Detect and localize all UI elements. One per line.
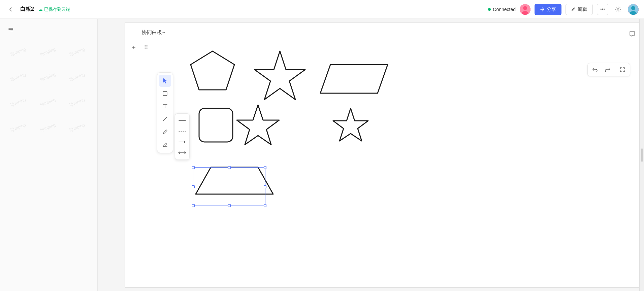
settings-button[interactable] bbox=[612, 4, 624, 15]
page-title: 白板2 bbox=[20, 6, 34, 13]
board-title: 协同白板~ bbox=[142, 29, 165, 36]
connected-label: Connected bbox=[493, 7, 516, 12]
shape-star-medium[interactable] bbox=[237, 105, 279, 145]
more-icon: ••• bbox=[600, 7, 605, 12]
svg-point-1 bbox=[523, 6, 527, 10]
header-left: 白板2 ☁ 已保存到云端 bbox=[5, 4, 488, 15]
save-label: 已保存到云端 bbox=[44, 6, 70, 12]
comment-button[interactable] bbox=[627, 29, 638, 39]
whiteboard-frame: 协同白板~ bbox=[125, 22, 641, 288]
edit-button[interactable]: 编辑 bbox=[566, 4, 593, 15]
shape-parallelogram[interactable] bbox=[320, 65, 388, 93]
user-avatar bbox=[628, 4, 639, 15]
sidebar: lijunping lijunping lijunping lijunping … bbox=[0, 19, 98, 291]
shape-pentagon[interactable] bbox=[191, 51, 234, 90]
drag-handle-button[interactable]: ⠿ bbox=[141, 43, 151, 52]
undo-button[interactable] bbox=[590, 65, 601, 75]
board-controls: + ⠿ bbox=[129, 43, 151, 52]
status-dot-icon bbox=[488, 8, 491, 11]
header-right: Connected 分享 编辑 ••• bbox=[488, 4, 639, 15]
canvas-area[interactable]: lijunping lijunping lijunping lijunping … bbox=[98, 19, 644, 291]
add-element-button[interactable]: + bbox=[129, 43, 138, 52]
edit-label: 编辑 bbox=[578, 6, 587, 12]
scrollbar-handle[interactable] bbox=[641, 148, 643, 162]
collaborator-avatar bbox=[520, 4, 530, 15]
shapes-canvas[interactable] bbox=[159, 46, 529, 231]
cloud-icon: ☁ bbox=[38, 7, 43, 12]
main-layout: lijunping lijunping lijunping lijunping … bbox=[0, 19, 644, 291]
shape-rounded-rect[interactable] bbox=[199, 108, 233, 142]
svg-point-5 bbox=[631, 6, 635, 10]
header: 白板2 ☁ 已保存到云端 Connected 分享 bbox=[0, 0, 644, 19]
undo-redo-bar bbox=[587, 63, 630, 76]
sidebar-watermark: lijunping lijunping lijunping lijunping … bbox=[0, 19, 97, 291]
right-edge-bar bbox=[639, 19, 644, 291]
divider bbox=[615, 66, 615, 73]
fit-screen-button[interactable] bbox=[617, 65, 628, 75]
svg-point-3 bbox=[617, 8, 619, 10]
sidebar-collapse-button[interactable] bbox=[5, 24, 16, 35]
shape-star-large[interactable] bbox=[255, 51, 305, 100]
more-button[interactable]: ••• bbox=[597, 4, 608, 15]
share-label: 分享 bbox=[547, 6, 556, 12]
share-button[interactable]: 分享 bbox=[535, 4, 561, 15]
connection-status: Connected bbox=[488, 7, 516, 12]
shape-trapezoid[interactable] bbox=[196, 167, 273, 194]
save-status: ☁ 已保存到云端 bbox=[38, 6, 70, 12]
shape-star-small[interactable] bbox=[333, 108, 368, 141]
back-button[interactable] bbox=[5, 4, 16, 15]
redo-button[interactable] bbox=[602, 65, 613, 75]
